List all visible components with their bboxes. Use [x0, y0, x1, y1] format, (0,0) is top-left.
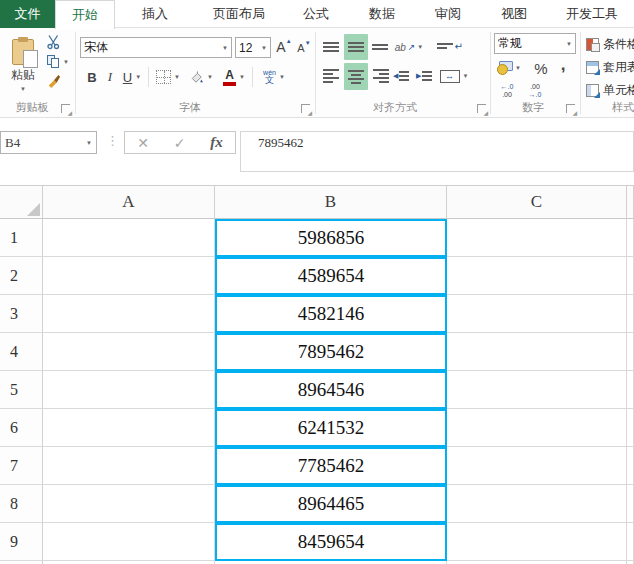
format-as-table-button[interactable]: 套用表格	[586, 59, 634, 76]
cell-a7[interactable]	[43, 447, 215, 485]
select-all-corner[interactable]	[0, 186, 43, 219]
align-center-button[interactable]	[344, 63, 368, 90]
cell-styles-button[interactable]: 单元格样式	[586, 82, 634, 99]
font-size-combo[interactable]: 12 ▼	[235, 37, 271, 58]
align-middle-button[interactable]	[344, 34, 368, 60]
phonetic-guide-button[interactable]: wén 文 ▼	[258, 64, 290, 90]
cell-c6[interactable]	[447, 409, 627, 447]
orientation-button[interactable]: ab ↗ ▼	[394, 36, 424, 58]
cell-d6[interactable]	[627, 409, 634, 447]
italic-button[interactable]: I	[103, 66, 117, 88]
row-header-6[interactable]: 6	[0, 409, 43, 447]
underline-button[interactable]: U ▼	[119, 66, 145, 88]
cell-c5[interactable]	[447, 371, 627, 409]
cell-a5[interactable]	[43, 371, 215, 409]
cut-button[interactable]	[44, 33, 64, 51]
tab-insert[interactable]: 插入	[115, 0, 195, 28]
merge-center-button[interactable]: ↔ ▼	[437, 65, 471, 87]
increase-indent-button[interactable]: ▶	[416, 64, 438, 88]
column-header-c[interactable]: C	[447, 186, 627, 219]
row-header-8[interactable]: 8	[0, 485, 43, 523]
cell-b5[interactable]: 8964546	[215, 371, 447, 409]
cell-d1[interactable]	[627, 219, 634, 257]
cell-c1[interactable]	[447, 219, 627, 257]
number-dialog-launcher[interactable]	[566, 104, 575, 113]
copy-button[interactable]: ▼	[44, 53, 72, 71]
row-header-9[interactable]: 9	[0, 523, 43, 561]
cell-d9[interactable]	[627, 523, 634, 561]
row-header-1[interactable]: 1	[0, 219, 43, 257]
paste-button[interactable]: 粘贴 ▼	[4, 33, 42, 97]
clipboard-dialog-launcher[interactable]	[61, 104, 70, 113]
cell-c4[interactable]	[447, 333, 627, 371]
align-bottom-button[interactable]	[370, 36, 391, 58]
column-header-a[interactable]: A	[43, 186, 215, 219]
cell-b7[interactable]: 7785462	[215, 447, 447, 485]
cell-c3[interactable]	[447, 295, 627, 333]
accounting-format-button[interactable]: ▼	[495, 58, 523, 78]
percent-style-button[interactable]: %	[531, 57, 551, 79]
tab-page-layout[interactable]: 页面布局	[195, 0, 283, 28]
tab-home[interactable]: 开始	[55, 0, 115, 29]
align-right-button[interactable]	[370, 64, 391, 88]
column-header-b[interactable]: B	[215, 186, 447, 219]
comma-style-button[interactable]: ,	[556, 54, 570, 76]
cell-d8[interactable]	[627, 485, 634, 523]
cell-b1[interactable]: 5986856	[215, 219, 447, 257]
cell-b8[interactable]: 8964465	[215, 485, 447, 523]
conditional-formatting-button[interactable]: 条件格式	[586, 36, 634, 53]
cell-c2[interactable]	[447, 257, 627, 295]
wrap-text-button[interactable]: ↵	[437, 35, 463, 57]
borders-button[interactable]: ▼	[153, 66, 183, 88]
tab-file[interactable]: 文件	[0, 0, 55, 28]
cell-c9[interactable]	[447, 523, 627, 561]
fill-color-button[interactable]: ▼	[186, 66, 216, 88]
cell-d2[interactable]	[627, 257, 634, 295]
name-box[interactable]: B4 ▼	[0, 131, 97, 154]
tab-developer[interactable]: 开发工具	[547, 0, 634, 28]
number-format-combo[interactable]: 常规 ▼	[494, 33, 576, 54]
cell-c8[interactable]	[447, 485, 627, 523]
cancel-icon[interactable]: ✕	[137, 135, 149, 151]
cell-d4[interactable]	[627, 333, 634, 371]
cell-b3[interactable]: 4582146	[215, 295, 447, 333]
format-painter-button[interactable]	[44, 72, 64, 90]
align-top-button[interactable]	[321, 36, 342, 58]
row-header-2[interactable]: 2	[0, 257, 43, 295]
cell-a2[interactable]	[43, 257, 215, 295]
cell-d5[interactable]	[627, 371, 634, 409]
increase-decimal-button[interactable]: ←.0 .00	[495, 81, 519, 101]
cell-a1[interactable]	[43, 219, 215, 257]
cell-a8[interactable]	[43, 485, 215, 523]
cell-b2[interactable]: 4589654	[215, 257, 447, 295]
bold-button[interactable]: B	[84, 66, 100, 88]
cell-b6[interactable]: 6241532	[215, 409, 447, 447]
cell-c7[interactable]	[447, 447, 627, 485]
tab-formulas[interactable]: 公式	[283, 0, 349, 28]
formula-bar-grip-icon[interactable]: ⋮	[106, 133, 119, 148]
alignment-dialog-launcher[interactable]	[477, 104, 486, 113]
shrink-font-button[interactable]: A ▼	[295, 38, 313, 58]
font-color-button[interactable]: A ▼	[219, 65, 249, 89]
row-header-3[interactable]: 3	[0, 295, 43, 333]
cell-d3[interactable]	[627, 295, 634, 333]
row-header-5[interactable]: 5	[0, 371, 43, 409]
cell-a3[interactable]	[43, 295, 215, 333]
cell-a4[interactable]	[43, 333, 215, 371]
grow-font-button[interactable]: A ▲	[275, 37, 293, 57]
decrease-indent-button[interactable]: ◀	[393, 64, 415, 88]
tab-view[interactable]: 视图	[481, 0, 547, 28]
row-header-7[interactable]: 7	[0, 447, 43, 485]
cell-d7[interactable]	[627, 447, 634, 485]
font-dialog-launcher[interactable]	[301, 104, 310, 113]
font-name-combo[interactable]: 宋体 ▼	[80, 37, 232, 58]
align-left-button[interactable]	[321, 64, 342, 88]
row-header-4[interactable]: 4	[0, 333, 43, 371]
cell-b4-active[interactable]: 7895462	[215, 333, 447, 371]
tab-review[interactable]: 审阅	[415, 0, 481, 28]
decrease-decimal-button[interactable]: .00 →.0	[523, 81, 547, 101]
tab-data[interactable]: 数据	[349, 0, 415, 28]
formula-input[interactable]: 7895462	[240, 131, 634, 172]
cell-a9[interactable]	[43, 523, 215, 561]
insert-function-icon[interactable]: fx	[210, 134, 223, 151]
